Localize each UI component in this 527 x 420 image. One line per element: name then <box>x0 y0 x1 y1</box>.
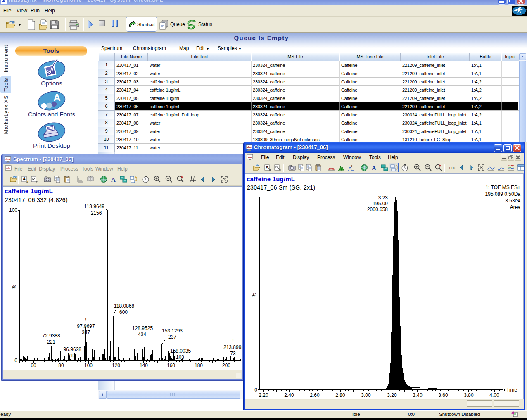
svg-text:120: 120 <box>112 363 120 368</box>
svg-text:60: 60 <box>31 363 36 368</box>
svg-text:Area: Area <box>510 204 521 210</box>
svg-text:103: 103 <box>176 354 184 360</box>
svg-text:3.20: 3.20 <box>387 392 397 398</box>
svg-text:195.089 0.50Da: 195.089 0.50Da <box>485 191 521 197</box>
svg-text:2156: 2156 <box>91 210 102 216</box>
svg-text:128.9525: 128.9525 <box>132 325 153 331</box>
svg-text:A: A <box>53 92 61 103</box>
svg-text:100: 100 <box>9 207 17 213</box>
svg-text:3.00: 3.00 <box>361 392 371 398</box>
svg-text:73: 73 <box>230 351 236 356</box>
svg-text:221: 221 <box>47 339 55 345</box>
svg-text:96.9628: 96.9628 <box>64 346 82 352</box>
svg-text:A: A <box>111 176 116 183</box>
svg-text:A: A <box>372 165 376 171</box>
svg-text:A: A <box>266 165 268 170</box>
svg-text:Σ: Σ <box>351 164 354 168</box>
svg-text:600: 600 <box>119 309 128 315</box>
svg-text:140: 140 <box>140 363 148 368</box>
svg-text:!: ! <box>232 338 233 344</box>
svg-text:160: 160 <box>167 363 175 368</box>
svg-text:4.00: 4.00 <box>489 392 499 398</box>
svg-text:3.80: 3.80 <box>464 392 474 398</box>
svg-text:1: TOF MS ES+: 1: TOF MS ES+ <box>485 185 520 190</box>
svg-text:3.40: 3.40 <box>413 392 423 398</box>
svg-text:Time: Time <box>506 387 518 393</box>
svg-text:80: 80 <box>58 363 64 368</box>
svg-text:113.9649: 113.9649 <box>84 204 104 209</box>
svg-text:97.9697: 97.9697 <box>77 323 95 329</box>
svg-text:195.09: 195.09 <box>373 201 388 206</box>
svg-text:0: 0 <box>254 387 257 393</box>
svg-text:180: 180 <box>195 363 203 368</box>
svg-text:3.53e4: 3.53e4 <box>505 198 520 204</box>
svg-text:2000.658: 2000.658 <box>367 206 388 212</box>
svg-text:2.40: 2.40 <box>284 392 294 398</box>
svg-text:2.80: 2.80 <box>335 392 345 398</box>
svg-text:3.23: 3.23 <box>378 195 388 201</box>
svg-text:153.1293: 153.1293 <box>162 328 183 334</box>
svg-text:!: ! <box>85 317 86 323</box>
svg-text:347: 347 <box>82 330 90 335</box>
svg-text:158.0035: 158.0035 <box>170 348 191 354</box>
svg-text:3.60: 3.60 <box>438 392 448 398</box>
svg-text:%: % <box>11 285 17 289</box>
svg-text:200: 200 <box>222 363 230 368</box>
svg-text:118.0868: 118.0868 <box>114 303 134 309</box>
svg-text:0: 0 <box>14 358 17 363</box>
svg-text:237: 237 <box>168 334 176 340</box>
svg-text:434: 434 <box>138 332 146 337</box>
svg-text:2.20: 2.20 <box>259 392 268 398</box>
svg-text:212: 212 <box>68 353 76 358</box>
svg-text:213.8992: 213.8992 <box>223 344 242 350</box>
svg-text:2.60: 2.60 <box>310 392 320 398</box>
svg-text:A: A <box>23 177 26 181</box>
svg-text:%: % <box>251 292 257 297</box>
svg-text:100: 100 <box>84 363 93 368</box>
svg-text:72.9388: 72.9388 <box>42 333 60 339</box>
svg-text:TIC: TIC <box>449 166 456 171</box>
